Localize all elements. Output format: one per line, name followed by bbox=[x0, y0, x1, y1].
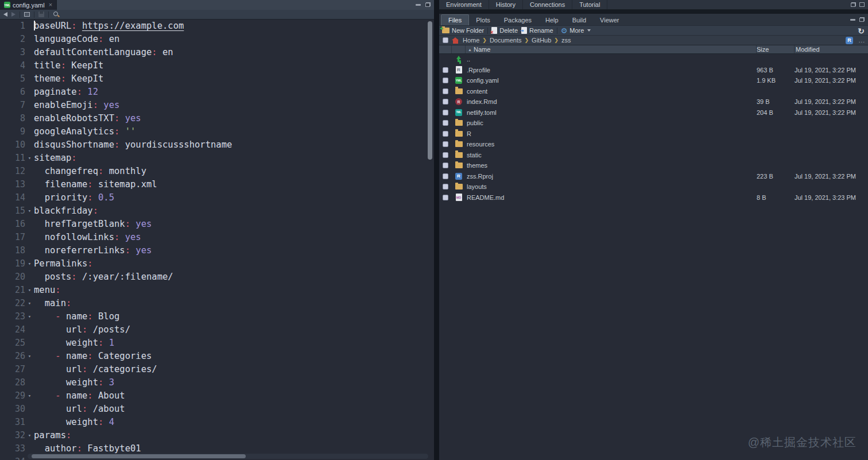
tab-history[interactable]: History bbox=[489, 0, 523, 9]
file-name[interactable]: layouts bbox=[466, 183, 757, 190]
code-line[interactable]: 17 nofollowLinks: yes bbox=[0, 231, 434, 244]
code-line[interactable]: 10disqusShortname: yourdiscussshortname bbox=[0, 138, 434, 152]
maximize-pane-icon[interactable] bbox=[859, 2, 865, 7]
more-button[interactable]: ⚙ More bbox=[561, 27, 591, 34]
table-row[interactable]: layouts bbox=[439, 181, 868, 192]
breadcrumb-item-home[interactable]: Home bbox=[463, 37, 479, 44]
code-line[interactable]: 3defaultContentLanguage: en bbox=[0, 46, 434, 59]
delete-button[interactable]: Delete bbox=[491, 27, 518, 34]
table-row[interactable]: zss.Rproj223 BJul 19, 2021, 3:22 PM bbox=[439, 171, 868, 182]
table-row[interactable]: netlify.toml204 BJul 19, 2021, 3:22 PM bbox=[439, 107, 868, 118]
r-project-icon[interactable]: R bbox=[846, 37, 853, 44]
table-row[interactable]: R bbox=[439, 129, 868, 140]
file-checkbox[interactable] bbox=[443, 99, 448, 105]
fold-arrow-icon[interactable]: ▾ bbox=[25, 257, 34, 270]
close-tab-icon[interactable]: × bbox=[49, 2, 52, 8]
file-checkbox[interactable] bbox=[443, 78, 448, 83]
code-line[interactable]: 11▾sitemap: bbox=[0, 152, 434, 165]
minimize-pane-icon[interactable] bbox=[416, 4, 421, 6]
tab-packages[interactable]: Packages bbox=[497, 15, 538, 25]
refresh-icon[interactable]: ↻ bbox=[858, 26, 865, 36]
pane-splitter[interactable] bbox=[434, 0, 439, 460]
code-line[interactable]: 1baseURL: https://example.com bbox=[0, 20, 434, 33]
file-name[interactable]: static bbox=[466, 152, 757, 159]
file-checkbox[interactable] bbox=[443, 131, 448, 137]
code-line[interactable]: 26▾ - name: Categories bbox=[0, 350, 434, 363]
code-line[interactable]: 4title: KeepIt bbox=[0, 59, 434, 72]
minimize-pane-icon[interactable] bbox=[850, 19, 855, 21]
new-folder-button[interactable]: New Folder bbox=[442, 27, 484, 34]
forward-icon[interactable] bbox=[11, 12, 16, 17]
file-checkbox[interactable] bbox=[443, 88, 448, 94]
code-line[interactable]: 8enableRobotsTXT: yes bbox=[0, 112, 434, 125]
column-header-size[interactable]: Size bbox=[757, 45, 795, 53]
fold-arrow-icon[interactable]: ▾ bbox=[25, 297, 34, 310]
code-line[interactable]: 14 priority: 0.5 bbox=[0, 191, 434, 204]
tab-environment[interactable]: Environment bbox=[439, 0, 489, 9]
table-row[interactable]: static bbox=[439, 150, 868, 161]
tab-build[interactable]: Build bbox=[565, 15, 593, 25]
tab-plots[interactable]: Plots bbox=[469, 15, 497, 25]
table-row[interactable]: config.yaml1.9 KBJul 19, 2021, 3:22 PM bbox=[439, 75, 868, 86]
file-name[interactable]: .. bbox=[466, 56, 757, 63]
code-line[interactable]: 25 weight: 1 bbox=[0, 337, 434, 350]
maximize-pane-icon[interactable] bbox=[425, 2, 431, 7]
table-row[interactable]: README.md8 BJul 19, 2021, 3:23 PM bbox=[439, 192, 868, 203]
code-line[interactable]: 24 url: /posts/ bbox=[0, 323, 434, 337]
open-in-new-window-icon[interactable] bbox=[24, 12, 30, 17]
fold-arrow-icon[interactable]: ▾ bbox=[25, 429, 34, 442]
file-name[interactable]: .Rprofile bbox=[466, 67, 757, 74]
code-line[interactable]: 19▾Permalinks: bbox=[0, 257, 434, 270]
file-checkbox[interactable] bbox=[443, 195, 448, 200]
fold-arrow-icon[interactable]: ▾ bbox=[25, 284, 34, 297]
back-icon[interactable] bbox=[3, 12, 7, 17]
code-line[interactable]: 6paginate: 12 bbox=[0, 86, 434, 99]
code-line[interactable]: 32▾params: bbox=[0, 429, 434, 442]
code-line[interactable]: 7enableEmoji: yes bbox=[0, 99, 434, 112]
go-to-directory-icon[interactable]: ... bbox=[859, 37, 865, 44]
code-line[interactable]: 28 weight: 3 bbox=[0, 376, 434, 389]
table-row[interactable]: .Rprofile963 BJul 19, 2021, 3:22 PM bbox=[439, 65, 868, 76]
restore-pane-icon[interactable] bbox=[851, 2, 856, 7]
code-line[interactable]: 16 hrefTargetBlank: yes bbox=[0, 218, 434, 231]
code-line[interactable]: 22▾ main: bbox=[0, 297, 434, 310]
code-line[interactable]: 30 url: /about bbox=[0, 403, 434, 416]
file-checkbox[interactable] bbox=[443, 184, 448, 190]
table-row[interactable]: themes bbox=[439, 160, 868, 171]
fold-arrow-icon[interactable]: ▾ bbox=[25, 204, 34, 218]
code-line[interactable]: 13 filename: sitemap.xml bbox=[0, 178, 434, 191]
column-header-name[interactable]: ▲ Name bbox=[466, 45, 757, 53]
code-line[interactable]: 18 noreferrerLinks: yes bbox=[0, 244, 434, 257]
file-name[interactable]: resources bbox=[466, 141, 757, 148]
file-checkbox[interactable] bbox=[443, 152, 448, 158]
table-row[interactable]: public bbox=[439, 118, 868, 129]
scrollbar-thumb[interactable] bbox=[32, 454, 246, 458]
file-name[interactable]: R bbox=[466, 130, 757, 137]
code-line[interactable]: 5theme: KeepIt bbox=[0, 72, 434, 86]
file-name[interactable]: content bbox=[466, 88, 757, 95]
file-name[interactable]: config.yaml bbox=[466, 77, 757, 84]
code-line[interactable]: 21▾menu: bbox=[0, 284, 434, 297]
editor-vertical-scrollbar[interactable] bbox=[428, 21, 432, 160]
code-line[interactable]: 27 url: /categories/ bbox=[0, 363, 434, 376]
code-line[interactable]: 15▾blackfriday: bbox=[0, 204, 434, 218]
table-row[interactable]: resources bbox=[439, 139, 868, 150]
file-name[interactable]: public bbox=[466, 119, 757, 126]
code-line[interactable]: 2languageCode: en bbox=[0, 33, 434, 46]
code-line[interactable]: 23▾ - name: Blog bbox=[0, 310, 434, 323]
search-icon[interactable] bbox=[53, 11, 60, 18]
table-row[interactable]: .. bbox=[439, 54, 868, 65]
select-all-checkbox[interactable] bbox=[443, 37, 448, 43]
code-line[interactable]: 31 weight: 4 bbox=[0, 416, 434, 429]
table-row[interactable]: content bbox=[439, 86, 868, 97]
code-line[interactable]: 29▾ - name: About bbox=[0, 389, 434, 403]
file-name[interactable]: zss.Rproj bbox=[466, 173, 757, 180]
file-name[interactable]: themes bbox=[466, 162, 757, 169]
tab-connections[interactable]: Connections bbox=[523, 0, 572, 9]
home-icon[interactable] bbox=[452, 37, 459, 44]
save-icon[interactable] bbox=[38, 11, 44, 17]
table-row[interactable]: index.Rmd39 BJul 19, 2021, 3:22 PM bbox=[439, 96, 868, 107]
code-editor[interactable]: 1baseURL: https://example.com2languageCo… bbox=[0, 20, 434, 460]
tab-viewer[interactable]: Viewer bbox=[593, 15, 626, 25]
rename-button[interactable]: Rename bbox=[521, 27, 553, 34]
